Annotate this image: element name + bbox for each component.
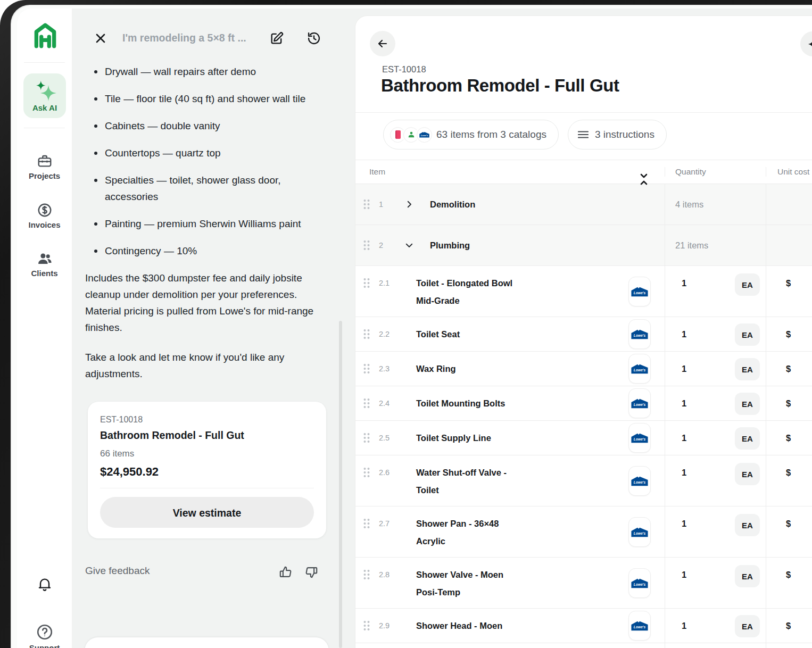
chat-input[interactable] <box>84 637 329 648</box>
column-header-item: Item <box>369 167 385 177</box>
catalog-avatars: Lowe's <box>390 127 430 143</box>
table-item-row[interactable]: 2.3 Wax Ring Lowe's 1 EA $ <box>355 352 812 386</box>
quantity-value[interactable]: 1 <box>682 275 686 292</box>
lowes-vendor-badge[interactable]: Lowe's <box>628 354 651 384</box>
table-item-row[interactable]: 2.2 Toilet Seat Lowe's 1 EA $ <box>355 317 812 352</box>
sidebar-item-invoices[interactable]: Invoices <box>17 202 72 230</box>
item-number: 2.3 <box>379 360 400 378</box>
table-header-row: Item Quantity Unit cost <box>355 160 812 184</box>
drag-handle-icon[interactable] <box>363 467 370 478</box>
history-icon[interactable] <box>306 31 321 46</box>
table-item-row[interactable]: 2.9 Shower Head - Moen Lowe's 1 EA $ <box>355 609 812 643</box>
unit-cost-value[interactable]: $ <box>786 360 791 378</box>
table-group-row[interactable]: 1 Demolition 4 items <box>355 184 812 225</box>
lowes-vendor-badge[interactable]: Lowe's <box>628 423 651 453</box>
lowes-vendor-badge[interactable]: Lowe's <box>628 568 651 598</box>
unit-cost-value[interactable]: $ <box>786 395 791 412</box>
quantity-value[interactable]: 1 <box>682 395 686 412</box>
unit-badge[interactable]: EA <box>735 463 760 485</box>
chat-bullet: Drywall — wall repairs after demo <box>105 63 327 80</box>
unit-cost-value[interactable]: $ <box>786 464 791 481</box>
chat-scrollbar-thumb[interactable] <box>339 321 342 648</box>
unit-cost-value[interactable]: $ <box>786 429 791 447</box>
thumbs-down-icon[interactable] <box>304 565 318 579</box>
table-item-row[interactable]: 2.8 Shower Valve - Moen Posi-Temp Lowe's… <box>355 558 812 609</box>
table-item-row[interactable]: 2.6 Water Shut-off Valve - Toilet Lowe's… <box>355 455 812 506</box>
drag-handle-icon[interactable] <box>363 620 370 632</box>
drag-handle-icon[interactable] <box>363 569 370 580</box>
item-name: Toilet Mounting Bolts <box>416 395 505 412</box>
drag-handle-icon[interactable] <box>363 277 370 289</box>
catalogs-pill[interactable]: Lowe's 63 items from 3 catalogs <box>383 120 559 149</box>
table-item-row[interactable]: 2.1 Toilet - Elongated Bowl Mid-Grade Lo… <box>355 266 812 317</box>
sidebar-divider <box>24 62 65 63</box>
unit-cost-value[interactable]: $ <box>786 617 791 635</box>
chat-paragraph: Includes the $300 dumpster fee and daily… <box>85 270 327 336</box>
drag-handle-icon[interactable] <box>363 198 370 210</box>
unit-cost-value[interactable]: $ <box>786 515 791 533</box>
ask-ai-toggle-button[interactable] <box>800 31 812 56</box>
item-name: Toilet - Elongated Bowl Mid-Grade <box>416 275 512 310</box>
unit-badge[interactable]: EA <box>735 393 760 415</box>
unit-badge[interactable]: EA <box>735 323 760 346</box>
sidebar-item-label: Invoices <box>28 220 60 229</box>
quantity-value[interactable]: 1 <box>682 429 686 447</box>
drag-handle-icon[interactable] <box>363 239 370 251</box>
sidebar-item-label: Projects <box>29 171 60 180</box>
estimate-detail-panel: EST-10018 Bathroom Remodel - Full Gut <box>355 16 812 648</box>
chevron-right-icon[interactable] <box>404 200 414 209</box>
quantity-value[interactable]: 1 <box>682 566 686 584</box>
item-number: 2.1 <box>379 275 400 292</box>
lowes-vendor-badge[interactable]: Lowe's <box>628 319 651 349</box>
unit-badge[interactable]: EA <box>735 615 760 637</box>
close-icon[interactable] <box>93 31 108 46</box>
lowes-vendor-badge[interactable]: Lowe's <box>628 388 651 418</box>
device-frame: Ask AI Projects <box>0 0 812 648</box>
notifications-bell-icon[interactable] <box>36 576 53 593</box>
drag-handle-icon[interactable] <box>363 363 370 375</box>
svg-text:Lowe's: Lowe's <box>634 403 646 406</box>
unit-badge[interactable]: EA <box>735 514 760 536</box>
chevron-down-icon[interactable] <box>404 240 414 250</box>
item-number: 2.4 <box>379 395 400 412</box>
drag-handle-icon[interactable] <box>363 328 370 340</box>
svg-text:Lowe's: Lowe's <box>634 582 646 586</box>
handoff-logo-icon[interactable] <box>32 22 59 48</box>
unit-badge[interactable]: EA <box>735 427 760 450</box>
unit-cost-value[interactable]: $ <box>786 275 791 292</box>
quantity-value[interactable]: 1 <box>682 464 686 481</box>
column-header-quantity: Quantity <box>675 167 706 177</box>
unit-badge[interactable]: EA <box>735 273 760 296</box>
quantity-value[interactable]: 1 <box>682 617 686 635</box>
new-chat-compose-icon[interactable] <box>269 31 284 46</box>
lowes-vendor-badge[interactable]: Lowe's <box>628 466 651 496</box>
table-item-row[interactable]: 2.4 Toilet Mounting Bolts Lowe's 1 EA $ <box>355 386 812 421</box>
unit-badge[interactable]: EA <box>735 565 760 587</box>
drag-handle-icon[interactable] <box>363 518 370 529</box>
sidebar-item-support[interactable]: Support <box>17 623 72 648</box>
sidebar-item-projects[interactable]: Projects <box>17 153 72 181</box>
table-group-row[interactable]: 2 Plumbing 21 items <box>355 225 812 266</box>
quantity-value[interactable]: 1 <box>682 326 686 343</box>
unit-badge[interactable]: EA <box>735 358 760 380</box>
ask-ai-button[interactable]: Ask AI <box>23 73 66 118</box>
view-estimate-button[interactable]: View estimate <box>100 497 314 528</box>
lowes-vendor-badge[interactable]: Lowe's <box>628 277 651 306</box>
item-number: 2.7 <box>379 515 400 533</box>
lowes-vendor-badge[interactable]: Lowe's <box>628 517 651 547</box>
lowes-vendor-badge[interactable]: Lowe's <box>628 611 651 641</box>
svg-text:Lowe's: Lowe's <box>634 290 646 294</box>
table-item-row[interactable]: 2.5 Toilet Supply Line Lowe's 1 EA $ <box>355 421 812 455</box>
instructions-pill[interactable]: 3 instructions <box>568 120 667 149</box>
thumbs-up-icon[interactable] <box>279 565 293 579</box>
drag-handle-icon[interactable] <box>363 432 370 444</box>
unit-cost-value[interactable]: $ <box>786 326 791 343</box>
table-item-row[interactable] <box>355 643 812 648</box>
back-button[interactable] <box>370 31 395 56</box>
sidebar-item-clients[interactable]: Clients <box>17 251 72 278</box>
drag-handle-icon[interactable] <box>363 397 370 409</box>
table-item-row[interactable]: 2.7 Shower Pan - 36×48 Acrylic Lowe's 1 … <box>355 506 812 558</box>
quantity-value[interactable]: 1 <box>682 360 686 378</box>
quantity-value[interactable]: 1 <box>682 515 686 533</box>
unit-cost-value[interactable]: $ <box>786 566 791 584</box>
